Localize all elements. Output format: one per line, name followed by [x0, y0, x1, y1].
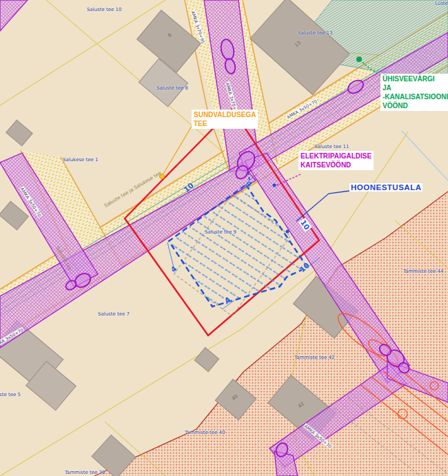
- annotation-line: JA: [383, 83, 448, 92]
- parcel-label-saluste-tee-10: Saluste tee 10: [87, 7, 122, 12]
- annotation-line: SUNDVALDUSEGA: [194, 110, 256, 119]
- parcel-label-saluste-tee-9: Saluste tee 9: [205, 229, 236, 235]
- parcel-label-saluste-tee-11: Saluste tee 11: [314, 144, 349, 149]
- annotation-line: KAITSEVÖÖND: [301, 161, 371, 169]
- parcel-label-salukese-tee-1: Salukese tee 1: [63, 157, 98, 163]
- parcel-label-luste: Lüste: [435, 1, 448, 6]
- detail-plan-map[interactable]: Saluste tee 10 Saluste tee 13 Saluste te…: [0, 0, 448, 476]
- map-graphics: [0, 0, 448, 476]
- parcel-label-tammiste-tee-42: Tammiste tee 42: [294, 355, 334, 360]
- parcel-label-saluste-tee-5: Saluste tee 5: [0, 392, 21, 397]
- annotation-line: TEE: [194, 119, 256, 128]
- water-point-marker: [356, 56, 362, 62]
- annotation-line: -KANALISATSIOONI: [383, 92, 448, 101]
- annotation-sundvaldusega-tee: SUNDVALDUSEGA TEE: [192, 110, 258, 129]
- annotation-line: ÜHISVEEVÄRGI: [383, 74, 448, 83]
- annotation-uhisveevargi: ÜHISVEEVÄRGI JA -KANALISATSIOONI VÖÖND: [380, 74, 448, 111]
- annotation-line: VÖÖND: [383, 101, 448, 110]
- parcel-label-saluste-tee-8: Saluste tee 8: [156, 85, 188, 91]
- parcel-label-saluste-tee-7: Saluste tee 7: [98, 311, 130, 317]
- parcel-label-tammiste-tee-38: Tammiste tee 38: [65, 470, 105, 475]
- parcel-label-tammiste-tee-44: Tammiste tee 44: [403, 269, 443, 274]
- annotation-line: ELEKTRIPAIGALDISE: [301, 152, 371, 161]
- annotation-hoonestusala: HOONESTUSALA: [349, 183, 422, 192]
- annotation-elektripaigaldise: ELEKTRIPAIGALDISE KAITSEVÖÖND: [298, 151, 374, 170]
- parcel-label-saluste-tee-13: Saluste tee 13: [298, 30, 333, 36]
- parcel-label-tammiste-tee-40: Tammiste tee 40: [185, 430, 225, 435]
